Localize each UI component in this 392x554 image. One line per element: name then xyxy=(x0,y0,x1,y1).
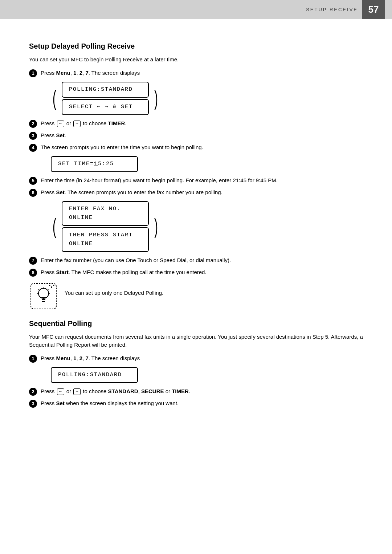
step6-bold: Set xyxy=(56,189,65,195)
lcd-line-7: ONLINE xyxy=(69,240,142,248)
section2-step-1-text: Press Menu, 1, 2, 7. The screen displays xyxy=(41,354,140,363)
lcd-display-4: POLLING:STANDARD xyxy=(51,367,363,383)
section1: Setup Delayed Polling Receive You can se… xyxy=(29,42,363,311)
lcd-line-1: POLLING:STANDARD xyxy=(69,85,142,94)
section1-title: Setup Delayed Polling Receive xyxy=(29,42,363,50)
step-number-8: 8 xyxy=(29,269,37,277)
lcd-box-2: SET TIME=15:25 xyxy=(51,156,138,172)
section2-title: Sequential Polling xyxy=(29,319,363,328)
step-4-text: The screen prompts you to enter the time… xyxy=(41,143,203,152)
lcd-box-3-top: ENTER FAX NO. ONLINE xyxy=(62,201,149,226)
note-section: You can set up only one Delayed Polling. xyxy=(29,282,363,311)
lcd-line-2: SELECT ← → & SET xyxy=(69,103,142,111)
bracket-right-2: ) xyxy=(154,216,158,237)
step-3: 3 Press Set. xyxy=(29,131,363,140)
s2-step3-bold: Set xyxy=(56,400,65,406)
step-5-text: Enter the time (in 24-hour format) you w… xyxy=(41,176,278,185)
svg-point-10 xyxy=(51,286,52,288)
lcd-line-8: POLLING:STANDARD xyxy=(58,371,131,379)
step-8: 8 Press Start. The MFC makes the polling… xyxy=(29,268,363,277)
s2-step2-bold3: TIMER xyxy=(172,388,189,394)
s2-step1-bold1: Menu xyxy=(56,355,70,361)
step-6: 6 Press Set. The screen prompts you to e… xyxy=(29,188,363,197)
section2-step-3: 3 Press Set when the screen displays the… xyxy=(29,399,363,408)
section2-step-number-2: 2 xyxy=(29,388,37,396)
section2-step-1: 1 Press Menu, 1, 2, 7. The screen displa… xyxy=(29,354,363,363)
lcd-box-3-bottom: THEN PRESS START ONLINE xyxy=(62,227,149,252)
step-number-2: 2 xyxy=(29,120,37,128)
lcd-line-4: ENTER FAX NO. xyxy=(69,205,142,213)
step-2-text: Press ← or → to choose TIMER. xyxy=(41,119,126,128)
svg-point-11 xyxy=(53,285,54,286)
svg-line-6 xyxy=(48,289,49,290)
lcd-line-6: THEN PRESS START xyxy=(69,231,142,240)
step-number-4: 4 xyxy=(29,144,37,152)
section2-step-number-1: 1 xyxy=(29,355,37,363)
step-7-text: Enter the fax number (you can use One To… xyxy=(41,256,231,265)
step-number-7: 7 xyxy=(29,257,37,265)
lcd-box-4: POLLING:STANDARD xyxy=(51,367,138,383)
step-4: 4 The screen prompts you to enter the ti… xyxy=(29,143,363,152)
note-icon xyxy=(29,282,58,311)
svg-line-7 xyxy=(38,289,39,290)
step8-bold: Start xyxy=(56,269,69,275)
svg-point-1 xyxy=(38,288,49,298)
step-1: 1 Press Menu, 1, 2, 7. The screen displa… xyxy=(29,69,363,77)
step-number-1: 1 xyxy=(29,69,37,77)
section2-step-2: 2 Press ← or → to choose STANDARD, SECUR… xyxy=(29,387,363,396)
section2: Sequential Polling Your MFC can request … xyxy=(29,319,363,408)
arrow-left-icon-2: ← xyxy=(57,388,64,395)
bracket-left-1: ( xyxy=(53,87,56,109)
lcd-line-5: ONLINE xyxy=(69,213,142,222)
lcd-inner-1: POLLING:STANDARD SELECT ← → & SET xyxy=(62,82,149,115)
page-number: 57 xyxy=(362,0,385,19)
s2-step1-bold2: 1 xyxy=(73,355,76,361)
section2-step-2-text: Press ← or → to choose STANDARD, SECURE … xyxy=(41,387,190,396)
section2-step-3-text: Press Set when the screen displays the s… xyxy=(41,399,179,408)
step-1-text: Press Menu, 1, 2, 7. The screen displays xyxy=(41,69,140,77)
arrow-right-icon-2: → xyxy=(73,388,81,395)
step-number-6: 6 xyxy=(29,189,37,197)
arrow-left-icon-1: ← xyxy=(57,121,64,127)
step-6-text: Press Set. The screen prompts you to ent… xyxy=(41,188,222,197)
bracket-left-2: ( xyxy=(53,216,56,237)
lcd-line-3: SET TIME=15:25 xyxy=(58,160,131,168)
lcd-display-1: ( POLLING:STANDARD SELECT ← → & SET ) xyxy=(51,82,363,115)
lcd-inner-2: ENTER FAX NO. ONLINE THEN PRESS START ON… xyxy=(62,201,149,252)
lcd-display-2: SET TIME=15:25 xyxy=(51,156,363,172)
section2-intro: Your MFC can request documents from seve… xyxy=(29,333,363,349)
svg-point-12 xyxy=(49,285,50,286)
step1-bold3: 2 xyxy=(79,70,82,76)
bracket-right-1: ) xyxy=(154,87,158,109)
step-8-text: Press Start. The MFC makes the polling c… xyxy=(41,268,207,277)
header-title: SETUP RECEIVE xyxy=(306,7,358,12)
lcd-box-1-bottom: SELECT ← → & SET xyxy=(62,99,149,115)
svg-rect-0 xyxy=(31,284,56,309)
step-number-5: 5 xyxy=(29,177,37,185)
step1-bold4: 7 xyxy=(85,70,88,76)
header-right: SETUP RECEIVE 57 xyxy=(306,0,385,19)
step-3-text: Press Set. xyxy=(41,131,66,140)
section2-step-number-3: 3 xyxy=(29,400,37,408)
step-2: 2 Press ← or → to choose TIMER. xyxy=(29,119,363,128)
section1-intro: You can set your MFC to begin Polling Re… xyxy=(29,56,363,64)
step1-bold1: Menu xyxy=(56,70,70,76)
step2-bold: TIMER xyxy=(108,120,125,126)
s2-step2-bold1: STANDARD xyxy=(108,388,138,394)
main-content: Setup Delayed Polling Receive You can se… xyxy=(0,19,392,431)
s2-step1-bold4: 7 xyxy=(85,355,88,361)
step-number-3: 3 xyxy=(29,132,37,140)
lcd-box-1-top: POLLING:STANDARD xyxy=(62,82,149,98)
s2-step1-bold3: 2 xyxy=(79,355,82,361)
step-7: 7 Enter the fax number (you can use One … xyxy=(29,256,363,265)
lcd-display-3: ( ENTER FAX NO. ONLINE THEN PRESS START … xyxy=(51,201,363,252)
note-text: You can set up only one Delayed Polling. xyxy=(65,282,163,297)
s2-step2-bold2: SECURE xyxy=(141,388,164,394)
arrow-right-icon-1: → xyxy=(73,121,81,127)
step-5: 5 Enter the time (in 24-hour format) you… xyxy=(29,176,363,185)
step3-bold: Set xyxy=(56,132,65,138)
header-bar: SETUP RECEIVE 57 xyxy=(0,0,392,19)
